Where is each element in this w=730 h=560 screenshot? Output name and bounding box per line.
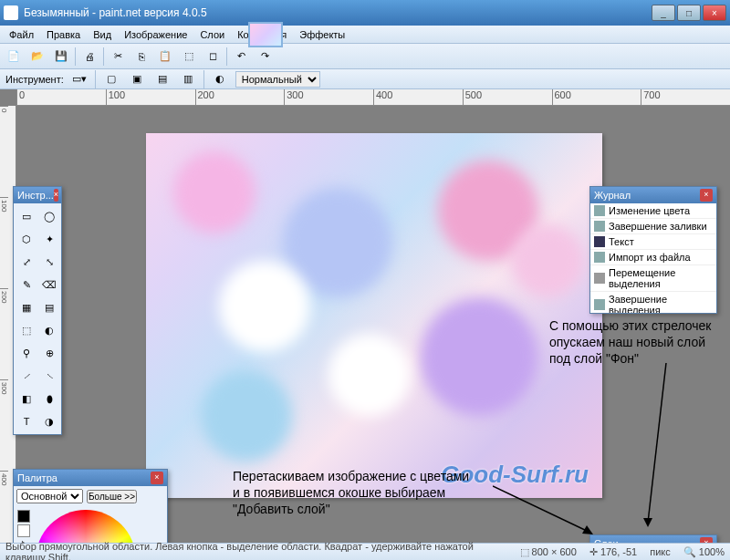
- deselect-icon[interactable]: ◻: [203, 47, 223, 67]
- tools-panel[interactable]: Инстр...× ▭◯⬡✦⤢⤡✎⌫▦▤⬚◐⚲⊕⟋⟍◧⬮T◑: [13, 186, 62, 435]
- history-item[interactable]: Текст: [590, 234, 716, 250]
- annotation-arrows: С помощью этих стрелочекопускаем наш нов…: [549, 317, 723, 368]
- new-icon[interactable]: 📄: [4, 47, 24, 67]
- history-icon: [594, 221, 605, 232]
- menu-edit[interactable]: Правка: [41, 27, 86, 42]
- svg-line-0: [648, 363, 666, 523]
- app-icon: [4, 5, 18, 20]
- close-button[interactable]: ×: [703, 5, 726, 21]
- menu-file[interactable]: Файл: [4, 27, 39, 42]
- tool-10-icon[interactable]: ⬚: [16, 319, 37, 341]
- tool-5-icon[interactable]: ⤡: [38, 251, 60, 273]
- selmode-4-icon[interactable]: ▥: [178, 69, 198, 89]
- tool-4-icon[interactable]: ⤢: [16, 251, 37, 273]
- selmode-3-icon[interactable]: ▤: [152, 69, 172, 89]
- history-item[interactable]: Завершение заливки: [590, 219, 716, 234]
- tool-11-icon[interactable]: ◐: [38, 319, 60, 341]
- history-panel[interactable]: Журнал× Изменение цветаЗавершение заливк…: [589, 186, 717, 314]
- colors-panel-title: Палитра: [17, 472, 57, 483]
- fill-icon[interactable]: ◐: [210, 69, 230, 89]
- tool-1-icon[interactable]: ◯: [38, 205, 60, 227]
- canvas[interactable]: Good-Surf.ru: [146, 133, 602, 498]
- history-icon: [594, 299, 605, 310]
- undo-icon[interactable]: ↶: [231, 47, 251, 67]
- maximize-button[interactable]: □: [677, 5, 701, 21]
- tool-19-icon[interactable]: ◑: [38, 410, 60, 432]
- tool-8-icon[interactable]: ▦: [16, 296, 37, 318]
- history-item[interactable]: Изменение цвета: [590, 203, 716, 219]
- status-pos: ✛ 176, -51: [589, 546, 637, 558]
- statusbar: Выбор прямоугольной области. Левая кнопк…: [0, 543, 730, 560]
- tool-3-icon[interactable]: ✦: [38, 228, 60, 250]
- menu-image[interactable]: Изображение: [119, 27, 193, 42]
- tool-7-icon[interactable]: ⌫: [38, 274, 60, 296]
- tool-label: Инструмент:: [5, 74, 64, 85]
- titlebar: Безымянный - paint.net версия 4.0.5 _ □ …: [0, 0, 730, 26]
- svg-marker-1: [643, 518, 652, 527]
- history-panel-title: Журнал: [594, 190, 631, 201]
- colors-close-icon[interactable]: ×: [151, 472, 163, 484]
- history-icon: [594, 273, 605, 284]
- secondary-swatch[interactable]: [17, 524, 30, 537]
- menu-layers[interactable]: Слои: [194, 27, 230, 42]
- color-mode-select[interactable]: Основной: [16, 489, 83, 503]
- tool-14-icon[interactable]: ⟋: [16, 365, 37, 387]
- svg-marker-3: [582, 525, 593, 534]
- tool-selector[interactable]: ▭▾: [69, 69, 89, 89]
- primary-swatch[interactable]: [17, 510, 30, 523]
- open-icon[interactable]: 📂: [27, 47, 47, 67]
- selmode-2-icon[interactable]: ▣: [127, 69, 147, 89]
- crop-icon[interactable]: ⬚: [179, 47, 199, 67]
- tool-2-icon[interactable]: ⬡: [16, 228, 37, 250]
- blend-mode-select[interactable]: Нормальный: [235, 71, 320, 88]
- tools-close-icon[interactable]: ×: [54, 189, 58, 202]
- status-hint: Выбор прямоугольной области. Левая кнопк…: [5, 541, 507, 560]
- tool-options-row: Инструмент: ▭▾ ▢ ▣ ▤ ▥ ◐ Нормальный: [0, 69, 730, 89]
- history-icon: [594, 252, 605, 263]
- tool-6-icon[interactable]: ✎: [16, 274, 37, 296]
- tool-0-icon[interactable]: ▭: [16, 205, 37, 227]
- menu-view[interactable]: Вид: [88, 27, 117, 42]
- history-item[interactable]: Импорт из файла: [590, 250, 716, 265]
- window-title: Безымянный - paint.net версия 4.0.5: [24, 6, 652, 19]
- save-icon[interactable]: 💾: [51, 47, 71, 67]
- selmode-1-icon[interactable]: ▢: [101, 69, 121, 89]
- history-item[interactable]: Завершение выделения: [590, 292, 716, 313]
- copy-icon[interactable]: ⎘: [131, 47, 151, 67]
- history-icon: [594, 205, 605, 216]
- tool-16-icon[interactable]: ◧: [16, 388, 37, 410]
- cut-icon[interactable]: ✂: [108, 47, 128, 67]
- history-icon: [594, 236, 605, 247]
- main-toolbar: 📄 📂 💾 🖨 ✂ ⎘ 📋 ⬚ ◻ ↶ ↷: [0, 44, 730, 69]
- status-size: ⬚ 800 × 600: [520, 546, 577, 558]
- redo-icon[interactable]: ↷: [255, 47, 275, 67]
- status-zoom[interactable]: 🔍 100%: [683, 546, 725, 558]
- tool-13-icon[interactable]: ⊕: [38, 342, 60, 364]
- history-close-icon[interactable]: ×: [700, 189, 713, 202]
- annotation-drag: Перетаскиваем изображение с цветамии в п…: [233, 468, 506, 518]
- tool-17-icon[interactable]: ⬮: [38, 388, 60, 410]
- document-thumbnail[interactable]: [248, 22, 283, 47]
- ruler-horizontal: 0100200300400500600700: [16, 89, 730, 106]
- print-icon[interactable]: 🖨: [79, 47, 99, 67]
- tool-12-icon[interactable]: ⚲: [16, 342, 37, 364]
- workspace: 0100200300400500600700 0100200300400 Goo…: [0, 89, 730, 543]
- menubar: Файл Правка Вид Изображение Слои Коррекц…: [0, 26, 730, 44]
- minimize-button[interactable]: _: [652, 5, 675, 21]
- tool-18-icon[interactable]: T: [16, 410, 37, 432]
- status-unit[interactable]: пикс: [650, 546, 671, 557]
- history-item[interactable]: Перемещение выделения: [590, 265, 716, 292]
- paste-icon[interactable]: 📋: [155, 47, 175, 67]
- tool-15-icon[interactable]: ⟍: [38, 365, 60, 387]
- more-colors-button[interactable]: Больше >>: [87, 490, 137, 503]
- tools-panel-title: Инстр...: [17, 190, 54, 201]
- tool-9-icon[interactable]: ▤: [38, 296, 60, 318]
- menu-effects[interactable]: Эффекты: [294, 27, 350, 42]
